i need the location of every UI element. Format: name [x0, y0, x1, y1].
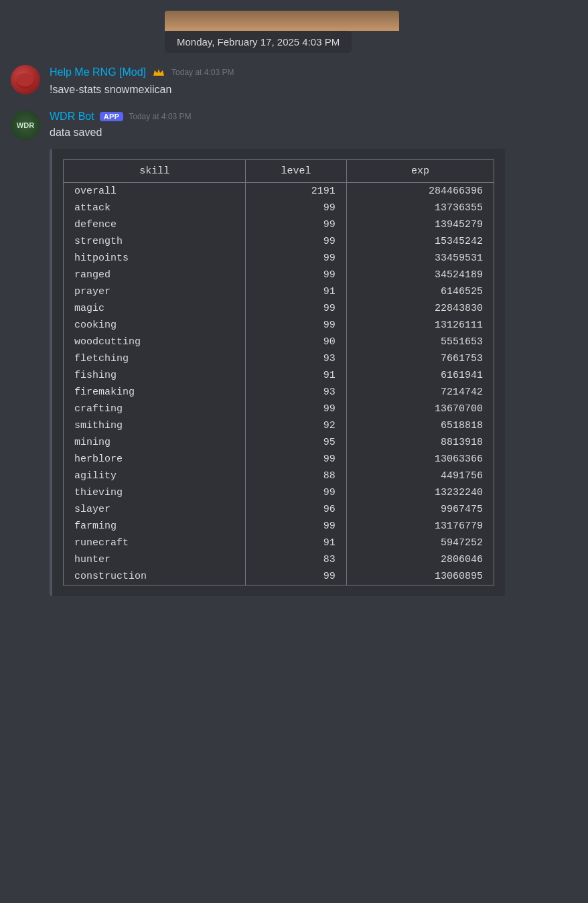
cell-exp: 8813918	[346, 434, 494, 451]
cell-exp: 2806046	[346, 551, 494, 568]
stats-table: skill level exp overall2191284466396atta…	[63, 159, 494, 585]
header-level: level	[246, 159, 347, 182]
cell-level: 90	[246, 334, 347, 350]
table-row: firemaking937214742	[64, 384, 494, 401]
message-mod-text: !save-stats snowmexiican	[50, 82, 577, 97]
cell-skill: overall	[64, 182, 246, 200]
wdr-avatar-inner: WDR	[11, 111, 40, 140]
table-row: agility884491756	[64, 468, 494, 484]
table-row: hitpoints9933459531	[64, 250, 494, 267]
message-mod-header: Help Me RNG [Mod] Today at 4:03 PM	[50, 65, 577, 80]
cell-level: 91	[246, 367, 347, 384]
cell-skill: mining	[64, 434, 246, 451]
cell-level: 99	[246, 518, 347, 535]
cell-level: 99	[246, 267, 347, 283]
cell-skill: hunter	[64, 551, 246, 568]
cell-skill: crafting	[64, 401, 246, 417]
cell-exp: 7214742	[346, 384, 494, 401]
cell-exp: 6518818	[346, 417, 494, 434]
cell-level: 99	[246, 250, 347, 267]
avatar-wdr: WDR	[11, 111, 40, 140]
cell-exp: 6146525	[346, 283, 494, 300]
cell-exp: 13126111	[346, 317, 494, 334]
message-bot-content: WDR Bot APP Today at 4:03 PM data saved …	[50, 111, 577, 596]
cell-skill: runecraft	[64, 535, 246, 551]
cell-exp: 5947252	[346, 535, 494, 551]
cell-level: 2191	[246, 182, 347, 200]
table-row: fletching937661753	[64, 350, 494, 367]
timestamp-bot: Today at 4:03 PM	[129, 112, 191, 121]
header-row: skill level exp	[64, 159, 494, 182]
cell-skill: defence	[64, 216, 246, 233]
cell-level: 91	[246, 535, 347, 551]
cell-exp: 22843830	[346, 300, 494, 317]
table-row: attack9913736355	[64, 200, 494, 216]
cell-skill: hitpoints	[64, 250, 246, 267]
table-row: strength9915345242	[64, 233, 494, 250]
message-bot-header: WDR Bot APP Today at 4:03 PM	[50, 111, 577, 123]
table-row: defence9913945279	[64, 216, 494, 233]
table-row: thieving9913232240	[64, 484, 494, 501]
cell-level: 88	[246, 468, 347, 484]
cell-level: 99	[246, 317, 347, 334]
cell-skill: prayer	[64, 283, 246, 300]
table-row: herblore9913063366	[64, 451, 494, 468]
cell-skill: smithing	[64, 417, 246, 434]
cell-skill: magic	[64, 300, 246, 317]
table-row: fishing916161941	[64, 367, 494, 384]
mod-crown-icon	[151, 65, 166, 80]
cell-level: 91	[246, 283, 347, 300]
cell-skill: farming	[64, 518, 246, 535]
message-mod-content: Help Me RNG [Mod] Today at 4:03 PM !save…	[50, 65, 577, 97]
table-row: woodcutting905551653	[64, 334, 494, 350]
table-row: runecraft915947252	[64, 535, 494, 551]
cell-level: 95	[246, 434, 347, 451]
cell-exp: 6161941	[346, 367, 494, 384]
timestamp-mod: Today at 4:03 PM	[171, 68, 234, 77]
table-row: slayer969967475	[64, 501, 494, 518]
cell-exp: 13060895	[346, 568, 494, 585]
date-tooltip: Monday, February 17, 2025 4:03 PM	[165, 31, 352, 53]
cell-level: 99	[246, 233, 347, 250]
cell-level: 99	[246, 401, 347, 417]
cell-level: 96	[246, 501, 347, 518]
table-row: hunter832806046	[64, 551, 494, 568]
cell-skill: fletching	[64, 350, 246, 367]
table-row: ranged9934524189	[64, 267, 494, 283]
cell-level: 83	[246, 551, 347, 568]
cell-exp: 33459531	[346, 250, 494, 267]
table-row: mining958813918	[64, 434, 494, 451]
cell-skill: herblore	[64, 451, 246, 468]
table-row: magic9922843830	[64, 300, 494, 317]
cell-exp: 284466396	[346, 182, 494, 200]
cell-exp: 13736355	[346, 200, 494, 216]
cell-exp: 13063366	[346, 451, 494, 468]
cell-level: 92	[246, 417, 347, 434]
message-bot: WDR WDR Bot APP Today at 4:03 PM data sa…	[11, 111, 577, 596]
cell-level: 93	[246, 384, 347, 401]
cell-skill: slayer	[64, 501, 246, 518]
table-row: prayer916146525	[64, 283, 494, 300]
table-row: smithing926518818	[64, 417, 494, 434]
cell-skill: firemaking	[64, 384, 246, 401]
cell-exp: 13670700	[346, 401, 494, 417]
header-exp: exp	[346, 159, 494, 182]
cell-exp: 15345242	[346, 233, 494, 250]
cell-skill: woodcutting	[64, 334, 246, 350]
cell-skill: agility	[64, 468, 246, 484]
cell-exp: 13176779	[346, 518, 494, 535]
cell-skill: attack	[64, 200, 246, 216]
top-image	[165, 11, 399, 31]
cell-level: 93	[246, 350, 347, 367]
cell-exp: 13945279	[346, 216, 494, 233]
avatar-mod	[11, 65, 40, 94]
stats-table-header: skill level exp	[64, 159, 494, 182]
cell-skill: construction	[64, 568, 246, 585]
table-row: construction9913060895	[64, 568, 494, 585]
cell-exp: 34524189	[346, 267, 494, 283]
cell-skill: cooking	[64, 317, 246, 334]
cell-exp: 5551653	[346, 334, 494, 350]
cell-skill: thieving	[64, 484, 246, 501]
cell-level: 99	[246, 216, 347, 233]
cell-exp: 4491756	[346, 468, 494, 484]
